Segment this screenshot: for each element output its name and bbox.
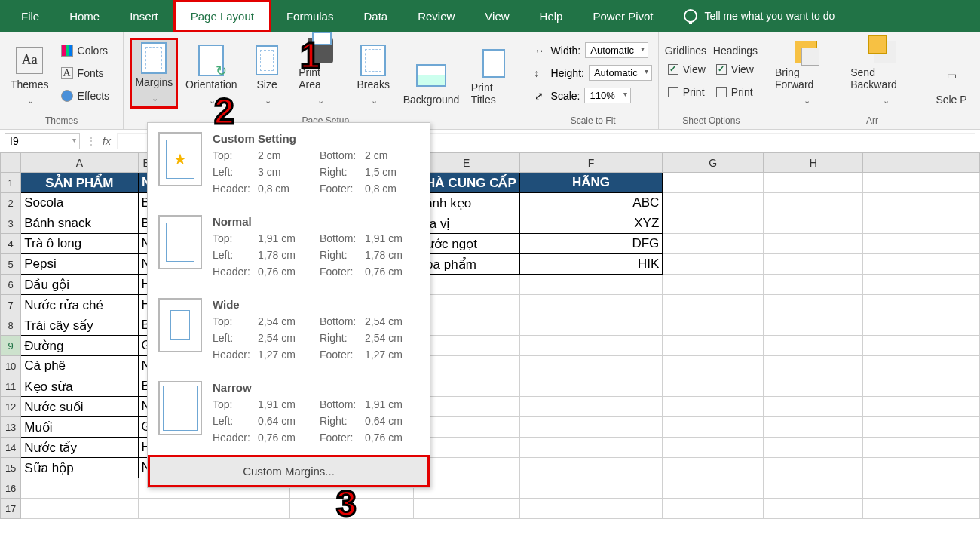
- cell[interactable]: [764, 336, 863, 356]
- select-all-corner[interactable]: [1, 153, 21, 173]
- cell[interactable]: [764, 397, 863, 417]
- cell[interactable]: [519, 478, 663, 499]
- row-header[interactable]: 7: [1, 295, 21, 315]
- cell[interactable]: [863, 438, 980, 458]
- col-header-h[interactable]: H: [764, 153, 863, 173]
- headings-print-checkbox[interactable]: Print: [713, 82, 756, 102]
- cell[interactable]: [764, 417, 863, 438]
- cell[interactable]: [863, 254, 980, 275]
- print-titles-button[interactable]: Print Titles: [467, 38, 522, 109]
- tell-me-search[interactable]: Tell me what you want to do: [684, 9, 835, 23]
- cell[interactable]: [663, 376, 764, 397]
- row-header[interactable]: 16: [1, 478, 21, 499]
- cell[interactable]: Bánh snack: [21, 213, 138, 234]
- cell[interactable]: [21, 499, 138, 519]
- cell[interactable]: [863, 213, 980, 234]
- col-header-g[interactable]: G: [663, 153, 764, 173]
- cell[interactable]: [663, 295, 764, 315]
- row-header[interactable]: 13: [1, 417, 21, 438]
- cell[interactable]: [863, 417, 980, 438]
- cell[interactable]: [764, 295, 863, 315]
- cell[interactable]: Nước tẩy: [21, 438, 138, 458]
- cell[interactable]: [663, 193, 764, 213]
- cell[interactable]: [519, 458, 663, 478]
- row-header[interactable]: 5: [1, 254, 21, 275]
- tab-power-pivot[interactable]: Power Pivot: [577, 2, 668, 30]
- cell[interactable]: [764, 478, 863, 499]
- tab-help[interactable]: Help: [525, 2, 578, 30]
- cell[interactable]: Đường: [21, 336, 138, 356]
- cell[interactable]: Kẹo sữa: [21, 376, 138, 397]
- cell[interactable]: [863, 458, 980, 478]
- row-header[interactable]: 1: [1, 173, 21, 193]
- cell[interactable]: [519, 295, 663, 315]
- cell[interactable]: Sữa hộp: [21, 458, 138, 478]
- cell[interactable]: [663, 397, 764, 417]
- cell[interactable]: [663, 275, 764, 295]
- cell[interactable]: [663, 234, 764, 254]
- breaks-button[interactable]: Breaks: [351, 38, 396, 109]
- cell[interactable]: Socola: [21, 193, 138, 213]
- cell[interactable]: [663, 173, 764, 193]
- cell[interactable]: Dầu gội: [21, 275, 138, 295]
- cell[interactable]: [519, 376, 663, 397]
- cell[interactable]: [863, 275, 980, 295]
- cell[interactable]: Cà phê: [21, 356, 138, 376]
- cell[interactable]: [863, 397, 980, 417]
- cell[interactable]: [764, 315, 863, 336]
- effects-button[interactable]: Effects: [58, 86, 118, 106]
- cell[interactable]: [863, 376, 980, 397]
- margins-option-wide[interactable]: Wide Top:2,54 cmBottom:2,54 cm Left:2,54…: [148, 289, 430, 372]
- width-select[interactable]: Automatic: [585, 42, 648, 58]
- scale-select[interactable]: 110%: [584, 88, 631, 103]
- tab-insert[interactable]: Insert: [115, 2, 173, 30]
- cell[interactable]: [663, 478, 764, 499]
- cell[interactable]: [519, 417, 663, 438]
- cell[interactable]: [663, 315, 764, 336]
- cell[interactable]: HIK: [519, 254, 663, 275]
- colors-button[interactable]: Colors: [58, 41, 118, 60]
- row-header[interactable]: 14: [1, 438, 21, 458]
- cell[interactable]: Trà ô long: [21, 234, 138, 254]
- row-header[interactable]: 12: [1, 397, 21, 417]
- tab-home[interactable]: Home: [54, 2, 115, 30]
- cell[interactable]: [863, 499, 980, 519]
- cell[interactable]: Muối: [21, 417, 138, 438]
- cell[interactable]: [519, 315, 663, 336]
- row-header[interactable]: 2: [1, 193, 21, 213]
- cell[interactable]: [519, 356, 663, 376]
- row-header[interactable]: 4: [1, 234, 21, 254]
- cell[interactable]: Nước rửa ché: [21, 295, 138, 315]
- name-box[interactable]: I9: [5, 133, 80, 149]
- cell[interactable]: [663, 417, 764, 438]
- cell[interactable]: XYZ: [519, 213, 663, 234]
- cell[interactable]: [519, 275, 663, 295]
- cell[interactable]: [21, 478, 138, 499]
- cell[interactable]: [663, 254, 764, 275]
- custom-margins-button[interactable]: Custom Margins...: [148, 455, 430, 487]
- row-header[interactable]: 3: [1, 213, 21, 234]
- height-select[interactable]: Automatic: [589, 65, 652, 81]
- gridlines-view-checkbox[interactable]: View: [665, 60, 709, 79]
- row-header[interactable]: 9: [1, 336, 21, 356]
- row-header[interactable]: 10: [1, 356, 21, 376]
- cell[interactable]: [863, 356, 980, 376]
- tab-formulas[interactable]: Formulas: [271, 2, 349, 30]
- tab-file[interactable]: File: [6, 2, 54, 30]
- col-header-a[interactable]: A: [21, 153, 138, 173]
- col-header-i[interactable]: [863, 153, 980, 173]
- fonts-button[interactable]: AFonts: [58, 63, 118, 83]
- cell[interactable]: [663, 356, 764, 376]
- cell[interactable]: [663, 336, 764, 356]
- selection-pane-button[interactable]: ▭ Sele P: [929, 38, 974, 109]
- cell[interactable]: [663, 213, 764, 234]
- row-header[interactable]: 11: [1, 376, 21, 397]
- cell[interactable]: Trái cây sấy: [21, 315, 138, 336]
- cell[interactable]: ABC: [519, 193, 663, 213]
- cell[interactable]: [764, 356, 863, 376]
- cell[interactable]: [764, 173, 863, 193]
- cell[interactable]: [519, 438, 663, 458]
- cell[interactable]: [764, 499, 863, 519]
- cell[interactable]: [663, 438, 764, 458]
- cell[interactable]: [764, 458, 863, 478]
